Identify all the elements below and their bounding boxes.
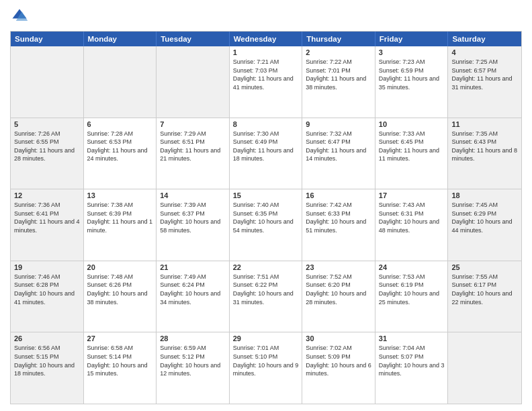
cell-info: Sunrise: 7:46 AM Sunset: 6:28 PM Dayligh… <box>14 273 80 306</box>
logo <box>10 7 32 26</box>
calendar-cell <box>84 46 157 118</box>
calendar-cell: 17Sunrise: 7:43 AM Sunset: 6:31 PM Dayli… <box>375 189 449 261</box>
cell-info: Sunrise: 7:49 AM Sunset: 6:24 PM Dayligh… <box>160 273 226 306</box>
calendar-cell: 16Sunrise: 7:42 AM Sunset: 6:33 PM Dayli… <box>302 189 375 261</box>
cell-info: Sunrise: 7:36 AM Sunset: 6:41 PM Dayligh… <box>14 201 80 234</box>
day-number: 5 <box>14 120 80 128</box>
cell-info: Sunrise: 7:40 AM Sunset: 6:35 PM Dayligh… <box>233 201 299 234</box>
calendar-cell: 30Sunrise: 7:02 AM Sunset: 5:09 PM Dayli… <box>302 332 375 404</box>
calendar-cell: 13Sunrise: 7:38 AM Sunset: 6:39 PM Dayli… <box>84 189 157 261</box>
cell-info: Sunrise: 6:59 AM Sunset: 5:12 PM Dayligh… <box>160 344 226 377</box>
calendar-cell: 29Sunrise: 7:01 AM Sunset: 5:10 PM Dayli… <box>230 332 303 404</box>
day-number: 1 <box>233 48 299 56</box>
calendar-cell: 1Sunrise: 7:21 AM Sunset: 7:03 PM Daylig… <box>230 46 303 118</box>
calendar-week-1: 1Sunrise: 7:21 AM Sunset: 7:03 PM Daylig… <box>11 46 521 118</box>
day-number: 7 <box>160 120 226 128</box>
day-number: 19 <box>14 263 80 271</box>
cell-info: Sunrise: 7:39 AM Sunset: 6:37 PM Dayligh… <box>160 201 226 234</box>
day-number: 8 <box>233 120 299 128</box>
calendar-cell: 31Sunrise: 7:04 AM Sunset: 5:07 PM Dayli… <box>375 332 449 404</box>
day-number: 28 <box>160 334 226 342</box>
calendar-cell: 15Sunrise: 7:40 AM Sunset: 6:35 PM Dayli… <box>230 189 303 261</box>
calendar-cell: 7Sunrise: 7:29 AM Sunset: 6:51 PM Daylig… <box>157 118 230 189</box>
cell-info: Sunrise: 7:01 AM Sunset: 5:10 PM Dayligh… <box>233 344 299 377</box>
day-number: 30 <box>306 334 371 342</box>
calendar-cell: 19Sunrise: 7:46 AM Sunset: 6:28 PM Dayli… <box>11 261 84 332</box>
day-number: 14 <box>160 191 226 199</box>
day-number: 18 <box>451 191 518 199</box>
cell-info: Sunrise: 7:38 AM Sunset: 6:39 PM Dayligh… <box>87 201 153 234</box>
cell-info: Sunrise: 7:30 AM Sunset: 6:49 PM Dayligh… <box>233 130 299 163</box>
calendar-cell: 20Sunrise: 7:48 AM Sunset: 6:26 PM Dayli… <box>84 261 157 332</box>
day-number: 6 <box>87 120 153 128</box>
cell-info: Sunrise: 7:26 AM Sunset: 6:55 PM Dayligh… <box>14 130 80 163</box>
day-number: 12 <box>14 191 80 199</box>
day-number: 21 <box>160 263 226 271</box>
calendar-cell: 27Sunrise: 6:58 AM Sunset: 5:14 PM Dayli… <box>84 332 157 404</box>
cell-info: Sunrise: 7:22 AM Sunset: 7:01 PM Dayligh… <box>306 58 371 91</box>
cell-info: Sunrise: 7:04 AM Sunset: 5:07 PM Dayligh… <box>379 344 445 377</box>
cell-info: Sunrise: 7:51 AM Sunset: 6:22 PM Dayligh… <box>233 273 299 306</box>
day-number: 22 <box>233 263 299 271</box>
day-header-monday: Monday <box>84 32 157 46</box>
calendar-cell: 18Sunrise: 7:45 AM Sunset: 6:29 PM Dayli… <box>448 189 521 261</box>
calendar-cell: 24Sunrise: 7:53 AM Sunset: 6:19 PM Dayli… <box>375 261 449 332</box>
day-number: 16 <box>306 191 371 199</box>
day-number: 15 <box>233 191 299 199</box>
calendar-week-2: 5Sunrise: 7:26 AM Sunset: 6:55 PM Daylig… <box>11 118 521 189</box>
day-number: 3 <box>379 48 445 56</box>
calendar-cell: 9Sunrise: 7:32 AM Sunset: 6:47 PM Daylig… <box>302 118 375 189</box>
cell-info: Sunrise: 7:33 AM Sunset: 6:45 PM Dayligh… <box>379 130 445 163</box>
cell-info: Sunrise: 7:35 AM Sunset: 6:43 PM Dayligh… <box>451 130 518 163</box>
cell-info: Sunrise: 7:21 AM Sunset: 7:03 PM Dayligh… <box>233 58 299 91</box>
calendar: SundayMondayTuesdayWednesdayThursdayFrid… <box>10 31 522 404</box>
day-number: 4 <box>451 48 518 56</box>
calendar-cell <box>448 332 521 404</box>
calendar-cell: 22Sunrise: 7:51 AM Sunset: 6:22 PM Dayli… <box>230 261 303 332</box>
day-header-sunday: Sunday <box>11 32 84 46</box>
calendar-week-4: 19Sunrise: 7:46 AM Sunset: 6:28 PM Dayli… <box>11 261 521 332</box>
calendar-week-5: 26Sunrise: 6:56 AM Sunset: 5:15 PM Dayli… <box>11 332 521 404</box>
day-number: 20 <box>87 263 153 271</box>
cell-info: Sunrise: 7:02 AM Sunset: 5:09 PM Dayligh… <box>306 344 371 377</box>
cell-info: Sunrise: 7:28 AM Sunset: 6:53 PM Dayligh… <box>87 130 153 163</box>
day-number: 31 <box>379 334 445 342</box>
day-header-saturday: Saturday <box>448 32 521 46</box>
day-number: 17 <box>379 191 445 199</box>
calendar-cell <box>11 46 84 118</box>
calendar-cell: 6Sunrise: 7:28 AM Sunset: 6:53 PM Daylig… <box>84 118 157 189</box>
cell-info: Sunrise: 6:56 AM Sunset: 5:15 PM Dayligh… <box>14 344 80 377</box>
cell-info: Sunrise: 7:55 AM Sunset: 6:17 PM Dayligh… <box>451 273 518 306</box>
cell-info: Sunrise: 7:45 AM Sunset: 6:29 PM Dayligh… <box>451 201 518 234</box>
calendar-cell: 2Sunrise: 7:22 AM Sunset: 7:01 PM Daylig… <box>302 46 375 118</box>
day-number: 24 <box>379 263 445 271</box>
day-number: 10 <box>379 120 445 128</box>
calendar-cell: 3Sunrise: 7:23 AM Sunset: 6:59 PM Daylig… <box>375 46 449 118</box>
cell-info: Sunrise: 7:29 AM Sunset: 6:51 PM Dayligh… <box>160 130 226 163</box>
header <box>10 7 522 26</box>
day-number: 9 <box>306 120 371 128</box>
day-number: 23 <box>306 263 371 271</box>
calendar-cell: 26Sunrise: 6:56 AM Sunset: 5:15 PM Dayli… <box>11 332 84 404</box>
cell-info: Sunrise: 7:23 AM Sunset: 6:59 PM Dayligh… <box>379 58 445 91</box>
day-header-thursday: Thursday <box>302 32 375 46</box>
day-number: 2 <box>306 48 371 56</box>
calendar-cell: 12Sunrise: 7:36 AM Sunset: 6:41 PM Dayli… <box>11 189 84 261</box>
calendar-cell: 8Sunrise: 7:30 AM Sunset: 6:49 PM Daylig… <box>230 118 303 189</box>
calendar-cell: 14Sunrise: 7:39 AM Sunset: 6:37 PM Dayli… <box>157 189 230 261</box>
cell-info: Sunrise: 7:53 AM Sunset: 6:19 PM Dayligh… <box>379 273 445 306</box>
day-number: 27 <box>87 334 153 342</box>
cell-info: Sunrise: 7:42 AM Sunset: 6:33 PM Dayligh… <box>306 201 371 234</box>
day-number: 29 <box>233 334 299 342</box>
day-number: 11 <box>451 120 518 128</box>
calendar-cell: 10Sunrise: 7:33 AM Sunset: 6:45 PM Dayli… <box>375 118 449 189</box>
calendar-header: SundayMondayTuesdayWednesdayThursdayFrid… <box>11 32 521 46</box>
calendar-cell: 5Sunrise: 7:26 AM Sunset: 6:55 PM Daylig… <box>11 118 84 189</box>
calendar-cell: 28Sunrise: 6:59 AM Sunset: 5:12 PM Dayli… <box>157 332 230 404</box>
calendar-cell: 23Sunrise: 7:52 AM Sunset: 6:20 PM Dayli… <box>302 261 375 332</box>
day-header-tuesday: Tuesday <box>157 32 230 46</box>
cell-info: Sunrise: 7:43 AM Sunset: 6:31 PM Dayligh… <box>379 201 445 234</box>
calendar-cell: 25Sunrise: 7:55 AM Sunset: 6:17 PM Dayli… <box>448 261 521 332</box>
cell-info: Sunrise: 7:25 AM Sunset: 6:57 PM Dayligh… <box>451 58 518 91</box>
calendar-cell <box>157 46 230 118</box>
